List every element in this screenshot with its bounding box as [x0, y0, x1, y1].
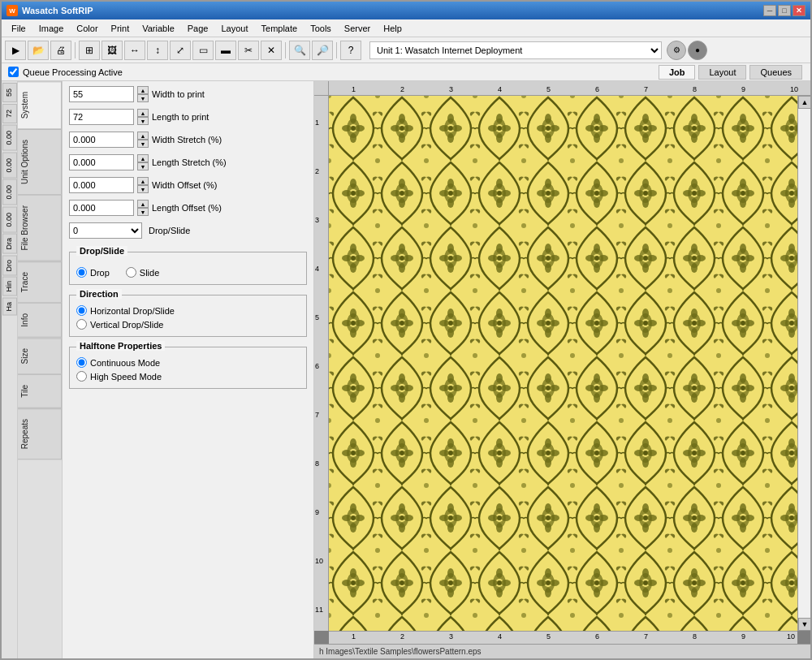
- length-to-print-input[interactable]: [69, 109, 134, 125]
- length-stretch-input[interactable]: [69, 154, 134, 170]
- menu-print[interactable]: Print: [105, 22, 136, 35]
- length-offset-up[interactable]: ▲: [137, 200, 149, 208]
- ruler-v-11: 11: [315, 606, 323, 614]
- pattern-svg: [329, 96, 797, 631]
- menu-layout[interactable]: Layout: [214, 22, 254, 35]
- minimize-button[interactable]: ─: [763, 5, 776, 16]
- vtab-system[interactable]: System: [18, 81, 62, 129]
- length-stretch-row: ▲ ▼ Length Stretch (%): [63, 153, 313, 172]
- stretch-both-button[interactable]: ⤢: [170, 41, 191, 60]
- unit-dropdown[interactable]: Unit 1: Wasatch Internet Deployment: [369, 41, 662, 59]
- drop-radio-row: Drop: [76, 267, 110, 278]
- vtab-unit-options[interactable]: Unit Options: [18, 129, 62, 195]
- menu-template[interactable]: Template: [255, 22, 304, 35]
- crop-button[interactable]: ✂: [238, 41, 259, 60]
- length-offset-input[interactable]: [69, 200, 134, 216]
- ruler-v-5: 5: [315, 313, 319, 321]
- width-offset-up[interactable]: ▲: [137, 177, 149, 185]
- scroll-down-button[interactable]: ▼: [798, 618, 810, 631]
- left-tab-hin[interactable]: Hin: [2, 277, 17, 296]
- search-button[interactable]: 🔍: [289, 41, 310, 60]
- tab-layout[interactable]: Layout: [698, 65, 746, 80]
- vertical-scrollbar[interactable]: ▲ ▼: [797, 96, 810, 631]
- preview-canvas[interactable]: [329, 96, 797, 631]
- bottom-ruler-9: 9: [741, 632, 745, 641]
- stretch-h-button[interactable]: ↔: [124, 41, 145, 60]
- left-tab-000d[interactable]: 0.00: [2, 207, 17, 233]
- rect1-button[interactable]: ▭: [192, 41, 214, 60]
- width-to-print-label: Width to print: [152, 89, 205, 99]
- left-tab-ha[interactable]: Ha: [2, 298, 17, 316]
- rect2-button[interactable]: ▬: [215, 41, 236, 60]
- left-tab-dro[interactable]: Dro: [2, 256, 17, 276]
- drop-slide-select[interactable]: 0 1/2 1/3 1/4: [69, 222, 142, 239]
- length-to-print-down[interactable]: ▼: [137, 117, 149, 125]
- left-tab-72[interactable]: 72: [2, 104, 17, 123]
- length-offset-down[interactable]: ▼: [137, 208, 149, 216]
- width-to-print-down[interactable]: ▼: [137, 94, 149, 102]
- scroll-track-v[interactable]: [798, 109, 810, 618]
- width-stretch-row: ▲ ▼ Width Stretch (%): [63, 130, 313, 149]
- menu-page[interactable]: Page: [181, 22, 215, 35]
- print-button[interactable]: 🖨: [50, 41, 71, 60]
- width-stretch-up[interactable]: ▲: [137, 132, 149, 140]
- left-tab-000c[interactable]: 0.00: [2, 179, 17, 205]
- width-to-print-up[interactable]: ▲: [137, 86, 149, 94]
- menu-tools[interactable]: Tools: [304, 22, 338, 35]
- width-to-print-spinner[interactable]: ▲ ▼: [137, 86, 149, 102]
- vtab-trace[interactable]: Trace: [18, 261, 62, 303]
- vtab-size[interactable]: Size: [18, 338, 62, 374]
- left-tab-dra[interactable]: Dra: [2, 234, 17, 254]
- width-offset-spinner[interactable]: ▲ ▼: [137, 177, 149, 193]
- length-to-print-up[interactable]: ▲: [137, 109, 149, 117]
- help-button[interactable]: ?: [340, 41, 361, 60]
- width-offset-down[interactable]: ▼: [137, 185, 149, 193]
- vertical-drop-radio[interactable]: [76, 319, 87, 330]
- image-button[interactable]: 🖼: [102, 41, 123, 60]
- delete-button[interactable]: ✕: [261, 41, 282, 60]
- restore-button[interactable]: □: [778, 5, 791, 16]
- continuous-mode-radio[interactable]: [76, 357, 87, 368]
- queue-checkbox[interactable]: [8, 67, 19, 77]
- slide-radio[interactable]: [126, 267, 136, 278]
- tab-queues[interactable]: Queues: [749, 65, 802, 80]
- settings-button[interactable]: ⚙: [667, 41, 686, 60]
- left-tab-55[interactable]: 55: [2, 83, 17, 102]
- menu-file[interactable]: File: [5, 22, 32, 35]
- menu-variable[interactable]: Variable: [136, 22, 181, 35]
- rip-button[interactable]: ▶: [5, 41, 26, 60]
- ruler-h-9: 9: [741, 85, 745, 93]
- length-offset-spinner[interactable]: ▲ ▼: [137, 200, 149, 216]
- menu-help[interactable]: Help: [377, 22, 408, 35]
- tab-job[interactable]: Job: [659, 65, 696, 80]
- vtab-info[interactable]: Info: [18, 303, 62, 338]
- width-stretch-spinner[interactable]: ▲ ▼: [137, 132, 149, 148]
- width-stretch-down[interactable]: ▼: [137, 140, 149, 148]
- scroll-up-button[interactable]: ▲: [798, 96, 810, 109]
- length-to-print-spinner[interactable]: ▲ ▼: [137, 109, 149, 125]
- length-stretch-down[interactable]: ▼: [137, 162, 149, 170]
- width-stretch-input[interactable]: [69, 132, 134, 148]
- vtab-file-browser[interactable]: File Browser: [18, 195, 62, 261]
- horizontal-drop-radio[interactable]: [76, 305, 87, 316]
- close-button[interactable]: ✕: [793, 5, 806, 16]
- menu-color[interactable]: Color: [70, 22, 104, 35]
- stretch-v-button[interactable]: ↕: [147, 41, 168, 60]
- menu-server[interactable]: Server: [338, 22, 377, 35]
- ruler-v-4: 4: [315, 265, 319, 273]
- width-offset-input[interactable]: [69, 177, 134, 193]
- grid-button[interactable]: ⊞: [79, 41, 100, 60]
- length-stretch-spinner[interactable]: ▲ ▼: [137, 154, 149, 170]
- vtab-repeats[interactable]: Repeats: [18, 408, 62, 459]
- width-to-print-input[interactable]: [69, 86, 134, 102]
- vtab-tile[interactable]: Tile: [18, 374, 62, 408]
- bottom-ruler-10: 10: [787, 632, 795, 641]
- left-tab-000a[interactable]: 0.00: [2, 125, 17, 151]
- drop-radio[interactable]: [76, 267, 87, 278]
- length-stretch-up[interactable]: ▲: [137, 154, 149, 162]
- search2-button[interactable]: 🔎: [312, 41, 333, 60]
- menu-image[interactable]: Image: [32, 22, 71, 35]
- open-button[interactable]: 📂: [28, 41, 49, 60]
- high-speed-mode-radio[interactable]: [76, 371, 87, 382]
- left-tab-000b[interactable]: 0.00: [2, 153, 17, 179]
